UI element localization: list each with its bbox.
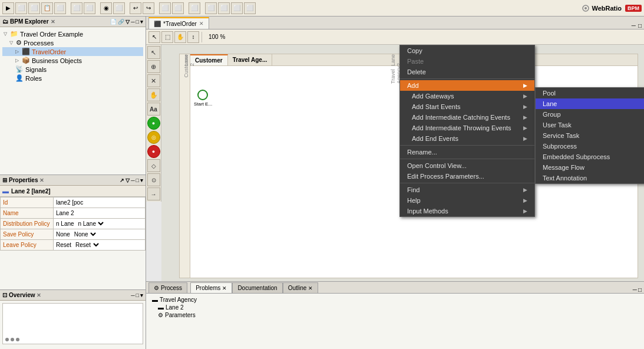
processes-item[interactable]: ▽ ⚙ Processes [2, 38, 143, 47]
toolbar-btn-14[interactable]: ⬜ [189, 2, 200, 14]
explorer-max-icon[interactable]: □ [136, 19, 139, 25]
toolbar-btn-18[interactable]: ⬜ [244, 2, 256, 14]
menu-find[interactable]: Find ▶ [400, 185, 534, 195]
submenu-user-task[interactable]: User Task [536, 120, 644, 130]
side-btn-clock[interactable]: ⊙ [147, 173, 160, 186]
toolbar-btn-15[interactable]: ⬜ [205, 2, 217, 14]
submenu-subprocess[interactable]: Subprocess [536, 141, 644, 152]
toolbar-btn-5[interactable]: ⬜ [54, 2, 66, 14]
submenu-group[interactable]: Group [536, 109, 644, 120]
travelorder-item[interactable]: ▷ ⬛ TravelOrder [2, 47, 143, 56]
properties-menu-icon[interactable]: ▾ [140, 177, 143, 183]
explorer-icon-new[interactable]: 📄 [110, 19, 117, 25]
overview-max-icon[interactable]: □ [136, 292, 139, 298]
submenu-message-flow[interactable]: Message Flow [536, 162, 644, 173]
roles-item[interactable]: 👤 Roles [2, 74, 143, 83]
tab-minimize-icon[interactable]: ─ [632, 22, 636, 29]
menu-edit-params[interactable]: Edit Process Parameters... [400, 171, 534, 182]
menu-add-start[interactable]: Add Start Events ▶ [400, 101, 534, 112]
pan-tool[interactable]: ✋ [174, 31, 186, 43]
outline-lane2[interactable]: ▬ Lane 2 [151, 304, 639, 311]
box-select-tool[interactable]: ⬚ [161, 31, 173, 43]
side-btn-hand[interactable]: ✋ [147, 88, 160, 101]
toolbar-btn-11[interactable]: ↪ [143, 2, 154, 14]
properties-max-icon[interactable]: □ [136, 177, 139, 183]
explorer-close-icon[interactable]: ✕ [51, 19, 55, 25]
explorer-collapse-icon[interactable]: ▽ [126, 19, 130, 25]
select-tool[interactable]: ↖ [148, 31, 160, 43]
problems-close-icon[interactable]: ✕ [222, 285, 227, 291]
side-btn-expand[interactable]: ⊕ [147, 60, 160, 73]
toolbar-btn-10[interactable]: ↩ [130, 2, 141, 14]
toolbar-btn-17[interactable]: ⬜ [231, 2, 243, 14]
overview-close-icon[interactable]: ✕ [37, 292, 41, 298]
toolbar-btn-12[interactable]: ⬜ [159, 2, 171, 14]
side-btn-zoom[interactable]: ✕ [147, 74, 160, 87]
explorer-min-icon[interactable]: ─ [131, 19, 134, 25]
signals-item[interactable]: 📡 Signals [2, 65, 143, 74]
properties-nav-icon[interactable]: ↗ [120, 177, 124, 183]
tab-customer[interactable]: Customer [190, 54, 228, 65]
tab-travelorder[interactable]: ⬛ *TravelOrder ✕ [148, 17, 209, 29]
side-btn-text[interactable]: Aa [147, 103, 160, 116]
side-btn-start[interactable]: ● [147, 117, 160, 130]
submenu-lane[interactable]: Lane [536, 98, 644, 109]
editor-area[interactable]: ↖ ⊕ ✕ ✋ Aa ● ◎ ● ◇ ⊙ → [146, 45, 644, 281]
tab-maximize-icon[interactable]: □ [638, 22, 642, 29]
properties-min-icon[interactable]: ─ [131, 177, 134, 183]
menu-delete[interactable]: Delete [400, 67, 534, 77]
menu-add-catching[interactable]: Add Intermediate Catching Events ▶ [400, 112, 534, 123]
toolbar-btn-2[interactable]: ⬜ [15, 2, 27, 14]
menu-open-control[interactable]: Open Control View... [400, 160, 534, 171]
save-select[interactable]: None [72, 231, 98, 238]
business-objects-item[interactable]: ▷ 📦 Business Objects [2, 56, 143, 65]
toolbar-btn-13[interactable]: ⬜ [172, 2, 184, 14]
outline-tab-close[interactable]: ✕ [308, 285, 313, 291]
explorer-menu-icon[interactable]: ▾ [140, 19, 143, 25]
properties-collapse-icon[interactable]: ▽ [126, 177, 130, 183]
zoom-tool[interactable]: ↕ [187, 31, 199, 43]
submenu-pool[interactable]: Pool [536, 88, 644, 98]
menu-rename[interactable]: Rename... [400, 147, 534, 157]
submenu-embedded-subprocess[interactable]: Embedded Subprocess [536, 152, 644, 162]
submenu-text-annotation[interactable]: Text Annotation [536, 173, 644, 183]
leave-select[interactable]: Reset [73, 241, 101, 249]
toolbar-btn-8[interactable]: ◉ [100, 2, 112, 14]
menu-add[interactable]: Add ▶ [400, 80, 534, 91]
side-btn-select[interactable]: ↖ [147, 46, 160, 59]
overview-menu-icon[interactable]: ▾ [140, 292, 143, 298]
side-btn-end[interactable]: ● [147, 145, 160, 158]
problems-tab[interactable]: Problems ✕ [190, 282, 232, 293]
toolbar-btn-1[interactable]: ▶ [2, 2, 14, 14]
tab-close-icon[interactable]: ✕ [199, 21, 204, 27]
bottom-max-icon[interactable]: □ [638, 287, 642, 293]
bottom-min-icon[interactable]: ─ [633, 287, 637, 293]
start-event[interactable] [197, 90, 208, 100]
process-tab[interactable]: ⚙ Process [148, 282, 187, 293]
outline-tab[interactable]: Outline ✕ [283, 282, 319, 293]
toolbar-btn-16[interactable]: ⬜ [218, 2, 230, 14]
prop-value-id[interactable]: lane2 [poc [54, 197, 146, 208]
overview-min-icon[interactable]: ─ [131, 292, 134, 298]
toolbar-btn-6[interactable]: ⬜ [71, 2, 82, 14]
menu-add-gateways[interactable]: Add Gateways ▶ [400, 91, 534, 101]
toolbar-btn-7[interactable]: ⬜ [84, 2, 95, 14]
outline-parameters[interactable]: ⚙ Parameters [151, 311, 639, 319]
prop-value-name[interactable]: Lane 2 [54, 208, 146, 219]
menu-paste[interactable]: Paste [400, 56, 534, 67]
side-btn-flow[interactable]: → [147, 187, 160, 200]
side-btn-intermediate[interactable]: ◎ [147, 131, 160, 144]
menu-add-end[interactable]: Add End Events ▶ [400, 133, 534, 144]
distribution-select[interactable]: n Lane [75, 220, 105, 228]
explorer-icon-link[interactable]: 🔗 [118, 19, 124, 25]
side-btn-gateway[interactable]: ◇ [147, 159, 160, 172]
explorer-root[interactable]: ▽ 📁 Travel Order Example [2, 29, 143, 38]
toolbar-btn-4[interactable]: 📋 [41, 2, 53, 14]
menu-add-throwing[interactable]: Add Intermediate Throwing Events ▶ [400, 123, 534, 133]
menu-copy[interactable]: Copy [400, 45, 534, 56]
prop-value-save[interactable]: None None [54, 229, 146, 240]
documentation-tab[interactable]: Documentation [232, 282, 282, 293]
submenu-service-task[interactable]: Service Task [536, 130, 644, 141]
toolbar-btn-9[interactable]: ⬜ [113, 2, 125, 14]
prop-value-leave[interactable]: Reset Reset [54, 240, 146, 251]
